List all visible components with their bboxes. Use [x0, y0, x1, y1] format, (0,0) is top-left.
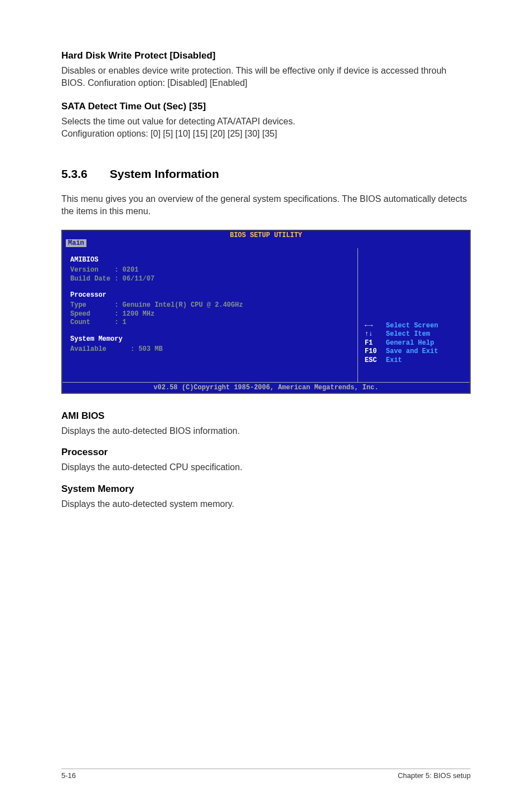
bios-row-speed: Speed : 1200 MHz	[70, 310, 350, 319]
spacer	[70, 327, 350, 333]
key-esc: ESC	[365, 356, 380, 365]
para-sata-detect-2: Configuration options: [0] [5] [10] [15]…	[61, 128, 471, 140]
bios-left-pane: AMIBIOS Version : 0201 Build Date : 06/1…	[62, 248, 358, 382]
heading-title: System Information	[110, 167, 219, 180]
bios-title: BIOS SETUP UTILITY	[62, 231, 470, 239]
bios-row-available: Available : 503 MB	[70, 345, 350, 354]
para-ami-bios: Displays the auto-detected BIOS informat…	[61, 425, 471, 437]
para-system-memory: Displays the auto-detected system memory…	[61, 498, 471, 510]
para-hard-disk-write-protect: Disables or enables device write protect…	[61, 65, 471, 89]
bios-row-builddate: Build Date : 06/11/07	[70, 275, 350, 284]
bios-tab-row: Main	[62, 239, 470, 248]
bios-help-label: Save and Exit	[386, 347, 438, 356]
page-number: 5-16	[61, 771, 76, 780]
spacer	[70, 354, 350, 376]
heading-system-information: 5.3.6System Information	[61, 167, 471, 181]
arrows-lr-icon: ←→	[365, 322, 380, 331]
bios-cat-processor: Processor	[70, 291, 350, 299]
bios-footer: v02.58 (C)Copyright 1985-2006, American …	[62, 382, 470, 393]
bios-help-label: Exit	[386, 356, 402, 365]
para-sata-detect-1: Selects the time out value for detecting…	[61, 115, 471, 128]
bios-help-exit: ESC Exit	[365, 356, 463, 365]
page-footer: 5-16 Chapter 5: BIOS setup	[61, 769, 471, 780]
bios-help-select-item: ↑↓ Select Item	[365, 330, 463, 339]
key-f1: F1	[365, 339, 380, 348]
bios-body: AMIBIOS Version : 0201 Build Date : 06/1…	[62, 248, 470, 382]
para-processor: Displays the auto-detected CPU specifica…	[61, 461, 471, 474]
bios-row-version: Version : 0201	[70, 266, 350, 275]
bios-help-label: General Help	[386, 339, 434, 348]
bios-cat-sysmem: System Memory	[70, 335, 350, 343]
bios-help-select-screen: ←→ Select Screen	[365, 322, 463, 331]
bios-tab-main[interactable]: Main	[66, 239, 86, 247]
bios-help-save-exit: F10 Save and Exit	[365, 347, 463, 356]
bios-help-general: F1 General Help	[365, 339, 463, 348]
bios-row-count: Count : 1	[70, 318, 350, 327]
bios-row-type: Type : Genuine Intel(R) CPU @ 2.40GHz	[70, 301, 350, 310]
bios-cat-amibios: AMIBIOS	[70, 256, 350, 264]
spacer	[365, 365, 463, 376]
key-f10: F10	[365, 347, 380, 356]
bios-help-label: Select Screen	[386, 322, 438, 331]
para-system-information: This menu gives you an overview of the g…	[61, 193, 471, 217]
bios-panel: BIOS SETUP UTILITY Main AMIBIOS Version …	[61, 230, 471, 394]
heading-hard-disk-write-protect: Hard Disk Write Protect [Disabled]	[61, 50, 471, 61]
chapter-label: Chapter 5: BIOS setup	[398, 771, 471, 780]
heading-number: 5.3.6	[61, 167, 88, 181]
heading-processor: Processor	[61, 447, 471, 458]
heading-sata-detect-timeout: SATA Detect Time Out (Sec) [35]	[61, 101, 471, 112]
heading-ami-bios: AMI BIOS	[61, 410, 471, 422]
heading-system-memory: System Memory	[61, 484, 471, 495]
bios-right-pane: ←→ Select Screen ↑↓ Select Item F1 Gener…	[358, 248, 470, 382]
bios-help-label: Select Item	[386, 330, 430, 339]
arrows-ud-icon: ↑↓	[365, 330, 380, 339]
spacer	[70, 283, 350, 289]
